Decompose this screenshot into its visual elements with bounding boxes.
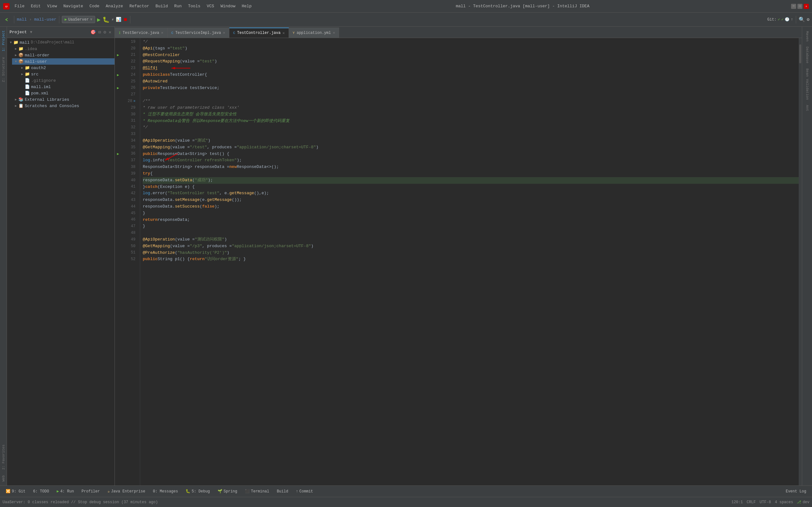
tab-label-TestService: TestService.java: [123, 31, 159, 35]
code-token: return: [190, 256, 205, 263]
settings-button[interactable]: ⚙: [807, 17, 809, 22]
todo-tab[interactable]: 6: TODO: [30, 488, 52, 495]
menu-build[interactable]: Build: [153, 3, 170, 9]
tree-item-mall-user[interactable]: ▼ 📦 mall-user: [12, 58, 114, 65]
tree-item-src[interactable]: ▶ 📁 src: [18, 71, 114, 77]
tree-item-root[interactable]: ▼ 📁 mall D:\IdeaProject\mall: [7, 39, 114, 46]
menu-run[interactable]: Run: [171, 3, 184, 9]
tab-close-TestService[interactable]: ✕: [161, 31, 163, 35]
run-indicator-26[interactable]: ▶: [117, 86, 119, 90]
menu-tools[interactable]: Tools: [186, 3, 203, 9]
search-everywhere-button[interactable]: 🔍: [799, 16, 805, 23]
tab-close-TestServiceImpl[interactable]: ✕: [223, 31, 225, 35]
close-panel-icon[interactable]: ✕: [108, 29, 112, 36]
tree-item-mall-order[interactable]: ▶ 📦 mall-order: [12, 52, 114, 58]
toolbar-right: Git: ✓ ✓ 🕐 ↑ 🔍 ⚙: [767, 16, 809, 23]
status-right-area: 120:1 CRLF UTF-8 4 spaces ⎇ dev: [731, 500, 809, 504]
menu-vcs[interactable]: VCS: [204, 3, 217, 9]
event-log-tab[interactable]: Event Log: [782, 488, 809, 495]
code-token: @RequestMapping: [143, 58, 180, 65]
debug-button[interactable]: 🐛: [102, 16, 109, 23]
tree-item-gitignore[interactable]: 📄 .gitignore: [18, 77, 114, 83]
tab-TestController[interactable]: C TestController.java ✕: [229, 27, 289, 38]
menu-analyze[interactable]: Analyze: [103, 3, 125, 9]
tree-item-external-libs[interactable]: ▶ 📚 External Libraries: [12, 96, 114, 103]
git-push-icon[interactable]: ↑: [791, 17, 793, 22]
run-server-selector[interactable]: ▶ UaaServer ▼: [62, 16, 95, 23]
menu-window[interactable]: Window: [218, 3, 238, 9]
ln-24: 24: [121, 72, 137, 78]
git-status: Git: ✓ ✓ 🕐 ↑: [767, 17, 793, 22]
close-button[interactable]: ✕: [804, 4, 809, 9]
tree-item-mall-iml[interactable]: 📄 mall.iml: [18, 83, 114, 90]
ant-panel-tab[interactable]: Ant: [805, 103, 810, 113]
java-enterprise-tab[interactable]: ☕ Java Enterprise: [104, 488, 148, 495]
run-indicator-36[interactable]: ▶: [117, 152, 119, 156]
project-panel-title: Project: [9, 30, 27, 35]
code-token: (e.: [200, 197, 207, 204]
tab-application-yml[interactable]: Y application.yml ✕: [289, 27, 339, 38]
project-name: mall: [17, 17, 27, 22]
maven-panel-tab[interactable]: Maven: [805, 29, 810, 43]
collapse-all-icon[interactable]: ⊟: [98, 29, 101, 36]
profile-button[interactable]: 📊: [116, 17, 121, 22]
panel-dropdown-icon[interactable]: ▼: [30, 30, 32, 35]
bean-validation-panel-tab[interactable]: Bean Validation: [805, 66, 810, 102]
scrollbar-thumb[interactable]: [799, 44, 801, 63]
indent-setting[interactable]: 4 spaces: [775, 500, 793, 504]
code-token: ): [316, 144, 318, 151]
panel-settings-icon[interactable]: ⚙: [103, 29, 107, 36]
debug-tab[interactable]: 🐛 5: Debug: [183, 488, 213, 495]
menu-help[interactable]: Help: [239, 3, 254, 9]
menu-file[interactable]: File: [12, 3, 27, 9]
editor-scrollbar[interactable]: [799, 38, 802, 486]
favorites-panel-tab[interactable]: 2: Favorites: [1, 442, 6, 472]
terminal-tab[interactable]: ⬛ Terminal: [242, 488, 272, 495]
structure-panel-tab[interactable]: Z: Structure: [1, 55, 6, 84]
run-indicator-24[interactable]: ▶: [117, 73, 119, 77]
code-content[interactable]: */ @Api(tags = "test") @RestController @…: [140, 38, 799, 486]
ln-20: 20: [121, 45, 137, 52]
project-panel-tab[interactable]: 1: Project: [1, 28, 6, 54]
minimize-button[interactable]: ─: [791, 4, 796, 9]
code-token: ResponseData<>();: [237, 164, 279, 170]
back-button[interactable]: [3, 16, 11, 23]
spring-tab[interactable]: 🌱 Spring: [214, 488, 241, 495]
tab-TestService[interactable]: I TestService.java ✕: [115, 27, 167, 38]
tab-TestServiceImpl[interactable]: C TestServiceImpl.java ✕: [167, 27, 229, 38]
menu-refactor[interactable]: Refactor: [127, 3, 152, 9]
run-tab[interactable]: ▶ 4: Run: [54, 488, 77, 495]
tree-item-idea[interactable]: ▶ 📁 .idea: [12, 46, 114, 52]
run-indicator-21[interactable]: ▶: [117, 53, 119, 57]
maximize-button[interactable]: □: [798, 4, 803, 9]
code-line-37: log.info("TestController refreshToken");: [143, 157, 799, 164]
menu-edit[interactable]: Edit: [28, 3, 43, 9]
code-line-32: */: [143, 124, 799, 131]
cursor-position[interactable]: 120:1: [731, 500, 743, 504]
tab-close-TestController[interactable]: ✕: [282, 31, 285, 36]
web-panel-tab[interactable]: Web: [1, 473, 6, 484]
tree-item-scratches[interactable]: ▶ 📋 Scratches and Consoles: [12, 103, 114, 109]
messages-tab[interactable]: 0: Messages: [150, 488, 181, 495]
tab-label-TestServiceImpl: TestServiceImpl.java: [175, 31, 221, 35]
git-history-icon[interactable]: 🕐: [785, 17, 790, 22]
commit-tab[interactable]: ↑ Commit: [293, 488, 316, 495]
profiler-tab[interactable]: Profiler: [78, 488, 103, 495]
line-separator[interactable]: CRLF: [747, 500, 756, 504]
file-encoding[interactable]: UTF-8: [760, 500, 771, 504]
git-branch[interactable]: ⎇ dev: [797, 500, 809, 504]
tree-item-oauth2[interactable]: ▶ 📁 oauth2: [18, 65, 114, 71]
menu-code[interactable]: Code: [87, 3, 102, 9]
menu-navigate[interactable]: Navigate: [61, 3, 86, 9]
build-tab[interactable]: Build: [274, 488, 292, 495]
stop-button[interactable]: ⏹: [123, 17, 128, 22]
locate-file-icon[interactable]: 🎯: [90, 29, 96, 36]
tree-item-pom[interactable]: 📄 pom.xml: [18, 90, 114, 96]
run-button[interactable]: ▶: [97, 16, 101, 23]
coverage-button[interactable]: ⚡: [111, 17, 114, 22]
code-line-26: private TestService testService;: [143, 85, 799, 92]
tab-close-application-yml[interactable]: ✕: [333, 31, 335, 35]
git-tab[interactable]: 🔀 9: Git: [3, 488, 29, 495]
menu-view[interactable]: View: [44, 3, 59, 9]
database-panel-tab[interactable]: Database: [805, 45, 810, 65]
